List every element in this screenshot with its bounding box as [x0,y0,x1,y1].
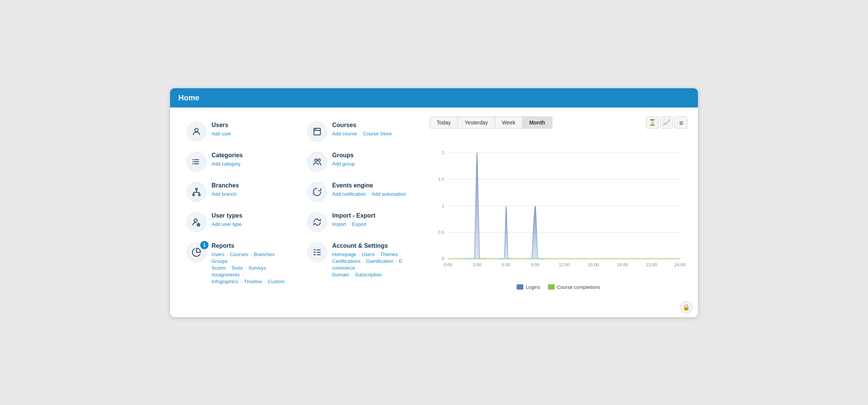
svg-rect-12 [196,188,197,190]
events-text: Events engine Add notification · Add aut… [332,182,416,197]
right-panel: Today Yesterday Week Month ⌛ 📈 ⋦ [429,117,687,290]
report-custom-link[interactable]: Custom [268,279,285,284]
chart-svg: 2 1.5 1 0.5 0 0:00 3:00 6:00 9:00 12:00 … [429,135,687,281]
legend-completions-label: Course completions [557,284,600,290]
week-button[interactable]: Week [495,117,523,128]
main-window: Home Users Add user [170,88,698,317]
importexport-icon [307,212,327,232]
svg-point-10 [315,159,317,161]
groups-links: Add group [332,160,416,167]
accountsettings-section: Account & Settings Homepage · Users · Th… [301,237,422,290]
branches-icon [187,182,206,202]
add-notification-link[interactable]: Add notification [332,191,366,197]
svg-point-7 [192,159,193,160]
reports-text: Reports Users · Courses · Branches · Gro… [212,242,295,285]
month-button[interactable]: Month [523,117,552,128]
subscription-link[interactable]: Subscription [355,272,382,278]
content-area: Users Add user Courses Add course · Co [170,107,698,299]
legend-completions: Course completions [548,284,600,290]
svg-text:0: 0 [442,256,445,261]
yesterday-button[interactable]: Yesterday [458,117,495,128]
time-buttons: Today Yesterday Week Month [429,117,552,129]
svg-point-19 [194,219,198,222]
report-courses-link[interactable]: Courses [230,252,248,257]
report-branches-link[interactable]: Branches [254,252,275,257]
svg-text:24:00: 24:00 [675,262,686,267]
usertypes-icon [187,212,206,232]
svg-text:12:00: 12:00 [559,262,570,267]
categories-title: Categories [212,152,295,159]
linechart-icon-button[interactable]: 📈 [660,117,673,129]
svg-text:6:00: 6:00 [502,262,511,267]
course-store-link[interactable]: Course Store [363,131,392,137]
courses-text: Courses Add course · Course Store [332,122,416,137]
chart-icon-buttons: ⌛ 📈 ⋦ [646,117,687,129]
usertypes-title: User types [212,212,295,219]
svg-text:18:00: 18:00 [617,262,628,267]
add-usertype-link[interactable]: Add user type [212,221,242,227]
report-surveys-link[interactable]: Surveys [248,265,266,271]
add-user-link[interactable]: Add user [212,131,231,137]
report-assignments-link[interactable]: Assignments [212,272,239,278]
courses-icon [307,122,327,141]
usertypes-links: Add user type [212,221,295,227]
add-branch-link[interactable]: Add branch [212,191,237,197]
lock-icon-button[interactable]: 🔒 [680,301,693,313]
chart-area: 2 1.5 1 0.5 0 0:00 3:00 6:00 9:00 12:00 … [429,135,687,281]
report-timeline-link[interactable]: Timeline [244,279,262,284]
report-groups-link[interactable]: Groups [212,258,228,264]
chart-header: Today Yesterday Week Month ⌛ 📈 ⋦ [429,117,687,129]
svg-text:1.5: 1.5 [438,176,445,181]
importexport-section: Import - Export Import · Export [301,207,422,237]
events-links: Add notification · Add automation [332,190,416,197]
accountsettings-text: Account & Settings Homepage · Users · Th… [332,242,416,278]
add-group-link[interactable]: Add group [332,161,355,167]
branches-links: Add branch [212,190,295,197]
report-infographics-link[interactable]: Infographics [212,279,238,284]
homepage-link[interactable]: Homepage [332,252,356,257]
svg-text:0.5: 0.5 [438,229,445,234]
events-icon [307,182,327,202]
report-scorm-link[interactable]: Scorm [212,265,226,271]
courses-title: Courses [332,122,416,129]
domain-link[interactable]: Domain [332,272,349,278]
users-icon [187,122,206,141]
courses-links: Add course · Course Store [332,130,416,137]
reports-title: Reports [212,242,295,249]
add-course-link[interactable]: Add course [332,131,357,137]
svg-point-0 [195,128,198,132]
svg-text:15:00: 15:00 [588,262,599,267]
legend-logins: Logins [517,284,540,290]
accountsettings-links: Homepage · Users · Themes · Certificatio… [332,251,416,278]
svg-rect-13 [193,194,194,195]
svg-point-9 [192,163,193,164]
add-automation-link[interactable]: Add automation [372,191,406,197]
report-users-link[interactable]: Users [212,252,224,257]
svg-point-8 [192,161,193,162]
svg-rect-14 [198,194,200,195]
table-icon-button[interactable]: ⋦ [675,117,687,129]
svg-text:0:00: 0:00 [443,262,452,267]
reports-links: Users · Courses · Branches · Groups · Sc… [212,251,295,285]
history-icon-button[interactable]: ⌛ [646,117,659,129]
gamification-link[interactable]: Gamification [366,258,393,264]
groups-icon [307,152,327,172]
certifications-link[interactable]: Certifications [332,258,360,264]
legend-logins-color [517,284,523,290]
report-tests-link[interactable]: Tests [231,265,242,271]
today-button[interactable]: Today [430,117,458,128]
themes-link[interactable]: Themes [380,252,398,257]
categories-links: Add category [212,160,295,167]
reports-section: 1 Reports Users · Courses · Branches · G… [181,237,301,290]
titlebar: Home [170,88,698,107]
events-section: Events engine Add notification · Add aut… [301,177,422,207]
groups-title: Groups [332,152,416,159]
users-settings-link[interactable]: Users [362,252,374,257]
import-link[interactable]: Import [332,221,346,227]
svg-rect-1 [314,128,320,135]
export-link[interactable]: Export [352,221,367,227]
add-category-link[interactable]: Add category [212,161,241,167]
branches-text: Branches Add branch [212,182,295,197]
branches-title: Branches [212,182,295,189]
users-title: Users [212,122,295,129]
